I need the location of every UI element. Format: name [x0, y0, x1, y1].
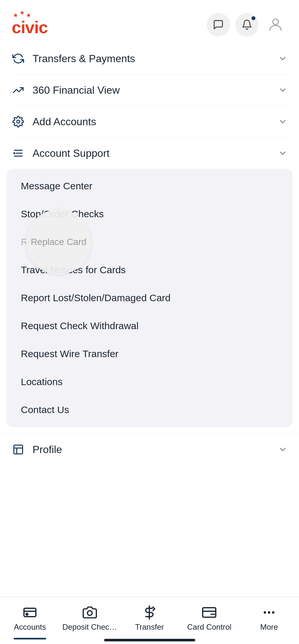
deposit-tab-icon — [82, 605, 97, 620]
nav-section: Transfers & Payments 360 Financial View … — [0, 43, 299, 169]
svg-point-1 — [17, 120, 20, 123]
logo: ★ ★ ★ civic — [12, 14, 48, 36]
tab-bar: Accounts Deposit Chec… Transfer — [0, 597, 299, 644]
contact-us-item[interactable]: Contact Us — [7, 396, 292, 424]
tab-accounts[interactable]: Accounts — [0, 602, 60, 634]
svg-point-9 — [26, 613, 28, 615]
notification-dot — [251, 16, 256, 21]
financial-icon — [12, 84, 25, 97]
transfers-chevron — [278, 54, 287, 63]
tab-card-control[interactable]: Card Control — [179, 602, 239, 634]
svg-rect-7 — [24, 608, 36, 617]
nav-item-financial[interactable]: 360 Financial View — [12, 74, 287, 106]
header: ★ ★ ★ civic — [0, 0, 299, 43]
nav-item-account-support[interactable]: Account Support — [12, 138, 287, 169]
profile-avatar-icon — [267, 16, 284, 33]
add-accounts-chevron — [278, 117, 287, 126]
transfers-label: Transfers & Payments — [33, 53, 270, 65]
more-tab-icon — [262, 605, 277, 620]
message-center-item[interactable]: Message Center — [7, 172, 292, 200]
svg-point-14 — [264, 612, 265, 613]
bell-button[interactable] — [235, 13, 259, 36]
account-support-chevron — [278, 149, 287, 158]
replace-card-overlay-text: Replace Card — [31, 237, 86, 247]
chat-icon — [213, 19, 224, 30]
card-control-tab-icon — [202, 605, 217, 620]
header-icons — [207, 13, 287, 36]
replace-card-item[interactable]: Replace Card Replace Card — [7, 228, 292, 256]
svg-point-15 — [268, 612, 270, 613]
svg-point-10 — [87, 611, 92, 616]
more-tab-label: More — [260, 623, 278, 632]
nav-item-add-accounts[interactable]: Add Accounts — [12, 106, 287, 138]
profile-label: Profile — [33, 444, 270, 456]
nav-item-transfers[interactable]: Transfers & Payments — [12, 43, 287, 74]
transfer-tab-label: Transfer — [135, 623, 164, 632]
nav-item-profile[interactable]: Profile — [0, 434, 299, 465]
financial-chevron — [278, 86, 287, 95]
tab-transfer[interactable]: Transfer — [120, 602, 180, 634]
profile-button[interactable] — [264, 13, 287, 36]
request-wire-item[interactable]: Request Wire Transfer — [7, 340, 292, 368]
account-support-label: Account Support — [33, 147, 270, 159]
account-support-dropdown: Message Center Stop/Order Checks Replace… — [7, 169, 292, 427]
bell-icon — [241, 19, 252, 30]
add-accounts-label: Add Accounts — [33, 116, 270, 128]
home-indicator — [104, 639, 195, 641]
transfer-tab-icon — [142, 605, 157, 620]
financial-label: 360 Financial View — [33, 84, 270, 96]
accounts-tab-label: Accounts — [14, 623, 46, 632]
report-lost-item[interactable]: Report Lost/Stolen/Damaged Card — [7, 284, 292, 312]
logo-text: civic — [12, 18, 48, 37]
accounts-tab-icon — [22, 605, 37, 620]
tab-more[interactable]: More — [239, 602, 299, 634]
account-support-icon — [12, 147, 25, 160]
deposit-tab-label: Deposit Chec… — [62, 623, 117, 632]
svg-point-0 — [273, 19, 278, 25]
svg-point-16 — [273, 612, 274, 613]
chat-button[interactable] — [207, 13, 230, 36]
profile-nav-icon — [12, 443, 25, 456]
svg-rect-6 — [14, 445, 23, 454]
card-control-tab-label: Card Control — [187, 623, 231, 632]
add-accounts-icon — [12, 115, 25, 128]
svg-point-5 — [13, 152, 15, 154]
locations-item[interactable]: Locations — [7, 368, 292, 396]
request-check-item[interactable]: Request Check Withdrawal — [7, 312, 292, 340]
tab-deposit-check[interactable]: Deposit Chec… — [60, 602, 120, 634]
svg-rect-12 — [203, 608, 216, 617]
profile-chevron — [278, 445, 287, 454]
replace-card-circle-overlay: Replace Card — [26, 209, 91, 275]
transfers-icon — [12, 52, 25, 65]
logo-stars: ★ ★ ★ — [13, 12, 31, 19]
